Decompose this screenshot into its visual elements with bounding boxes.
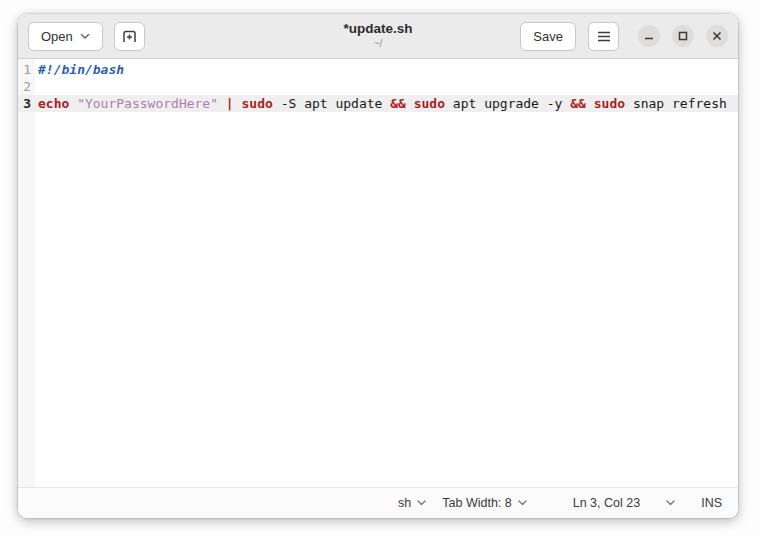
close-button[interactable] (706, 25, 728, 47)
maximize-button[interactable] (672, 25, 694, 47)
code-token: -S apt update (273, 96, 390, 111)
save-button-label: Save (533, 29, 563, 44)
close-icon (712, 31, 722, 41)
document-title: *update.sh (343, 22, 412, 37)
status-bar: sh Tab Width: 8 Ln 3, Col 23 INS (18, 487, 738, 518)
minimize-icon (644, 31, 654, 41)
code-token (406, 96, 414, 111)
hamburger-menu-icon (597, 31, 611, 42)
new-tab-button[interactable] (114, 22, 145, 51)
text-editor-window: Open *update.sh ~/ Save (18, 14, 738, 518)
code-token (586, 96, 594, 111)
code-token: apt upgrade -y (445, 96, 570, 111)
code-line[interactable]: 2 (18, 78, 738, 95)
code-token: | (226, 96, 234, 111)
code-token: && (390, 96, 406, 111)
language-label: sh (398, 496, 411, 510)
code-token (69, 96, 77, 111)
maximize-icon (678, 31, 688, 41)
line-number: 3 (18, 95, 35, 112)
code-line[interactable]: 1#!/bin/bash (18, 61, 738, 78)
new-tab-icon (122, 30, 137, 43)
code-token: && (570, 96, 586, 111)
minimize-button[interactable] (638, 25, 660, 47)
code-token: snap refresh (625, 96, 727, 111)
code-line-text: #!/bin/bash (35, 61, 124, 78)
code-token: #!/bin/bash (38, 62, 124, 77)
line-number: 1 (18, 61, 35, 78)
code-token: sudo (242, 96, 273, 111)
line-number: 2 (18, 78, 35, 95)
code-line[interactable]: 3echo "YourPasswordHere" | sudo -S apt u… (18, 95, 738, 112)
code-token: sudo (594, 96, 625, 111)
document-path: ~/ (343, 38, 412, 50)
main-menu-button[interactable] (588, 22, 619, 51)
code-token (218, 96, 226, 111)
window-controls (638, 25, 728, 47)
header-bar: Open *update.sh ~/ Save (18, 14, 738, 59)
open-button[interactable]: Open (28, 22, 103, 51)
code-token: echo (38, 96, 69, 111)
goto-line-dropdown[interactable] (666, 500, 675, 506)
save-button[interactable]: Save (520, 22, 576, 51)
code-area[interactable]: 1#!/bin/bash23echo "YourPasswordHere" | … (18, 59, 738, 487)
cursor-position-label: Ln 3, Col 23 (573, 496, 640, 510)
tab-width-selector[interactable]: Tab Width: 8 (442, 496, 526, 510)
code-token: "YourPasswordHere" (77, 96, 218, 111)
chevron-down-icon (518, 500, 527, 506)
chevron-down-icon (80, 33, 90, 40)
window-title-block: *update.sh ~/ (343, 22, 412, 49)
code-line-text: echo "YourPasswordHere" | sudo -S apt up… (35, 95, 727, 112)
code-line-text (35, 78, 38, 95)
cursor-position-button[interactable]: Ln 3, Col 23 (573, 496, 640, 510)
code-token: sudo (414, 96, 445, 111)
insert-mode-toggle[interactable]: INS (701, 496, 722, 510)
insert-mode-label: INS (701, 496, 722, 510)
code-token (234, 96, 242, 111)
chevron-down-icon (666, 500, 675, 506)
tab-width-label: Tab Width: 8 (442, 496, 511, 510)
chevron-down-icon (417, 500, 426, 506)
language-selector[interactable]: sh (398, 496, 426, 510)
open-button-label: Open (41, 29, 73, 44)
